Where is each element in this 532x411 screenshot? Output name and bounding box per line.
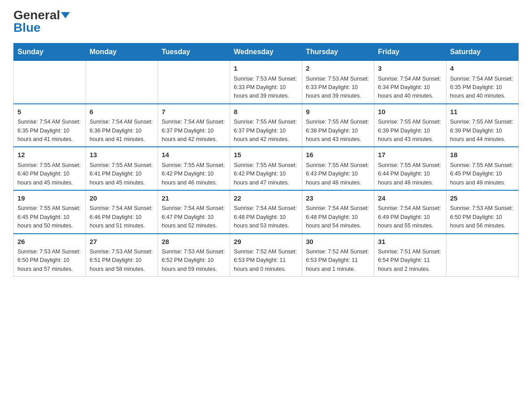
page-header: General Blue <box>13 9 519 34</box>
calendar-cell: 10Sunrise: 7:55 AM Sunset: 6:39 PM Dayli… <box>374 104 446 147</box>
day-number: 28 <box>162 237 226 247</box>
day-number: 5 <box>17 107 82 117</box>
day-number: 16 <box>306 150 370 160</box>
day-number: 14 <box>162 150 226 160</box>
calendar-cell: 1Sunrise: 7:53 AM Sunset: 6:33 PM Daylig… <box>230 61 302 104</box>
calendar-header: SundayMondayTuesdayWednesdayThursdayFrid… <box>14 43 519 61</box>
day-info: Sunrise: 7:54 AM Sunset: 6:36 PM Dayligh… <box>90 118 154 144</box>
calendar-cell: 30Sunrise: 7:52 AM Sunset: 6:53 PM Dayli… <box>302 234 374 277</box>
day-number: 23 <box>306 193 370 204</box>
day-info: Sunrise: 7:53 AM Sunset: 6:50 PM Dayligh… <box>450 204 515 230</box>
calendar-cell: 17Sunrise: 7:55 AM Sunset: 6:44 PM Dayli… <box>374 147 446 190</box>
day-info: Sunrise: 7:54 AM Sunset: 6:46 PM Dayligh… <box>90 204 154 230</box>
week-row-4: 19Sunrise: 7:55 AM Sunset: 6:45 PM Dayli… <box>14 190 519 234</box>
calendar-cell: 26Sunrise: 7:53 AM Sunset: 6:50 PM Dayli… <box>14 234 86 277</box>
day-info: Sunrise: 7:55 AM Sunset: 6:40 PM Dayligh… <box>17 161 82 187</box>
calendar-cell: 7Sunrise: 7:54 AM Sunset: 6:37 PM Daylig… <box>158 104 230 147</box>
day-info: Sunrise: 7:55 AM Sunset: 6:45 PM Dayligh… <box>450 161 515 187</box>
day-number: 19 <box>17 193 82 204</box>
day-number: 31 <box>378 237 442 247</box>
day-number: 20 <box>90 193 154 204</box>
calendar-cell: 6Sunrise: 7:54 AM Sunset: 6:36 PM Daylig… <box>86 104 158 147</box>
week-row-2: 5Sunrise: 7:54 AM Sunset: 6:35 PM Daylig… <box>14 104 519 147</box>
calendar-cell <box>86 61 158 104</box>
calendar-cell: 4Sunrise: 7:54 AM Sunset: 6:35 PM Daylig… <box>446 61 519 104</box>
day-number: 9 <box>306 107 370 117</box>
calendar-cell: 28Sunrise: 7:53 AM Sunset: 6:52 PM Dayli… <box>158 234 230 277</box>
day-info: Sunrise: 7:53 AM Sunset: 6:50 PM Dayligh… <box>17 248 82 274</box>
calendar-table: SundayMondayTuesdayWednesdayThursdayFrid… <box>13 43 519 277</box>
day-number: 10 <box>378 107 442 117</box>
header-cell-friday: Friday <box>374 43 446 61</box>
day-info: Sunrise: 7:55 AM Sunset: 6:42 PM Dayligh… <box>162 161 226 187</box>
week-row-1: 1Sunrise: 7:53 AM Sunset: 6:33 PM Daylig… <box>14 61 519 104</box>
day-number: 25 <box>450 193 515 204</box>
calendar-cell: 29Sunrise: 7:52 AM Sunset: 6:53 PM Dayli… <box>230 234 302 277</box>
day-info: Sunrise: 7:55 AM Sunset: 6:43 PM Dayligh… <box>306 161 370 187</box>
calendar-cell: 19Sunrise: 7:55 AM Sunset: 6:45 PM Dayli… <box>14 190 86 234</box>
calendar-cell: 20Sunrise: 7:54 AM Sunset: 6:46 PM Dayli… <box>86 190 158 234</box>
day-info: Sunrise: 7:53 AM Sunset: 6:33 PM Dayligh… <box>306 75 370 101</box>
day-info: Sunrise: 7:54 AM Sunset: 6:35 PM Dayligh… <box>450 75 515 101</box>
calendar-cell: 11Sunrise: 7:55 AM Sunset: 6:39 PM Dayli… <box>446 104 519 147</box>
day-info: Sunrise: 7:55 AM Sunset: 6:38 PM Dayligh… <box>306 118 370 144</box>
header-cell-wednesday: Wednesday <box>230 43 302 61</box>
day-number: 17 <box>378 150 442 160</box>
logo: General Blue <box>13 9 70 34</box>
day-info: Sunrise: 7:55 AM Sunset: 6:39 PM Dayligh… <box>450 118 515 144</box>
calendar-cell: 31Sunrise: 7:51 AM Sunset: 6:54 PM Dayli… <box>374 234 446 277</box>
week-row-5: 26Sunrise: 7:53 AM Sunset: 6:50 PM Dayli… <box>14 234 519 277</box>
day-number: 27 <box>90 237 154 247</box>
day-info: Sunrise: 7:54 AM Sunset: 6:35 PM Dayligh… <box>17 118 82 144</box>
day-info: Sunrise: 7:51 AM Sunset: 6:54 PM Dayligh… <box>378 248 442 274</box>
calendar-cell: 25Sunrise: 7:53 AM Sunset: 6:50 PM Dayli… <box>446 190 519 234</box>
day-number: 15 <box>234 150 298 160</box>
day-info: Sunrise: 7:54 AM Sunset: 6:48 PM Dayligh… <box>234 204 298 230</box>
day-number: 26 <box>17 237 82 247</box>
day-info: Sunrise: 7:52 AM Sunset: 6:53 PM Dayligh… <box>234 248 298 274</box>
day-info: Sunrise: 7:54 AM Sunset: 6:48 PM Dayligh… <box>306 204 370 230</box>
calendar-cell <box>14 61 86 104</box>
calendar-cell: 22Sunrise: 7:54 AM Sunset: 6:48 PM Dayli… <box>230 190 302 234</box>
day-number: 11 <box>450 107 515 117</box>
day-number: 2 <box>306 64 370 74</box>
calendar-cell: 9Sunrise: 7:55 AM Sunset: 6:38 PM Daylig… <box>302 104 374 147</box>
day-number: 18 <box>450 150 515 160</box>
day-info: Sunrise: 7:53 AM Sunset: 6:33 PM Dayligh… <box>234 75 298 101</box>
calendar-cell: 13Sunrise: 7:55 AM Sunset: 6:41 PM Dayli… <box>86 147 158 190</box>
calendar-cell: 5Sunrise: 7:54 AM Sunset: 6:35 PM Daylig… <box>14 104 86 147</box>
calendar-cell: 14Sunrise: 7:55 AM Sunset: 6:42 PM Dayli… <box>158 147 230 190</box>
calendar-cell: 24Sunrise: 7:54 AM Sunset: 6:49 PM Dayli… <box>374 190 446 234</box>
day-info: Sunrise: 7:55 AM Sunset: 6:42 PM Dayligh… <box>234 161 298 187</box>
header-cell-sunday: Sunday <box>14 43 86 61</box>
day-number: 8 <box>234 107 298 117</box>
calendar-cell: 15Sunrise: 7:55 AM Sunset: 6:42 PM Dayli… <box>230 147 302 190</box>
header-cell-saturday: Saturday <box>446 43 519 61</box>
calendar-cell: 8Sunrise: 7:55 AM Sunset: 6:37 PM Daylig… <box>230 104 302 147</box>
day-number: 30 <box>306 237 370 247</box>
day-info: Sunrise: 7:53 AM Sunset: 6:52 PM Dayligh… <box>162 248 226 274</box>
day-number: 21 <box>162 193 226 204</box>
calendar-cell: 2Sunrise: 7:53 AM Sunset: 6:33 PM Daylig… <box>302 61 374 104</box>
day-number: 7 <box>162 107 226 117</box>
day-info: Sunrise: 7:52 AM Sunset: 6:53 PM Dayligh… <box>306 248 370 274</box>
day-info: Sunrise: 7:55 AM Sunset: 6:44 PM Dayligh… <box>378 161 442 187</box>
day-number: 22 <box>234 193 298 204</box>
day-info: Sunrise: 7:55 AM Sunset: 6:39 PM Dayligh… <box>378 118 442 144</box>
header-cell-monday: Monday <box>86 43 158 61</box>
header-cell-tuesday: Tuesday <box>158 43 230 61</box>
calendar-cell: 12Sunrise: 7:55 AM Sunset: 6:40 PM Dayli… <box>14 147 86 190</box>
day-number: 29 <box>234 237 298 247</box>
calendar-cell: 18Sunrise: 7:55 AM Sunset: 6:45 PM Dayli… <box>446 147 519 190</box>
header-cell-thursday: Thursday <box>302 43 374 61</box>
day-number: 1 <box>234 64 298 74</box>
day-info: Sunrise: 7:54 AM Sunset: 6:47 PM Dayligh… <box>162 204 226 230</box>
calendar-cell: 16Sunrise: 7:55 AM Sunset: 6:43 PM Dayli… <box>302 147 374 190</box>
header-row: SundayMondayTuesdayWednesdayThursdayFrid… <box>14 43 519 61</box>
calendar-cell: 21Sunrise: 7:54 AM Sunset: 6:47 PM Dayli… <box>158 190 230 234</box>
day-info: Sunrise: 7:54 AM Sunset: 6:49 PM Dayligh… <box>378 204 442 230</box>
day-info: Sunrise: 7:53 AM Sunset: 6:51 PM Dayligh… <box>90 248 154 274</box>
calendar-cell: 27Sunrise: 7:53 AM Sunset: 6:51 PM Dayli… <box>86 234 158 277</box>
calendar-cell <box>446 234 519 277</box>
day-number: 12 <box>17 150 82 160</box>
